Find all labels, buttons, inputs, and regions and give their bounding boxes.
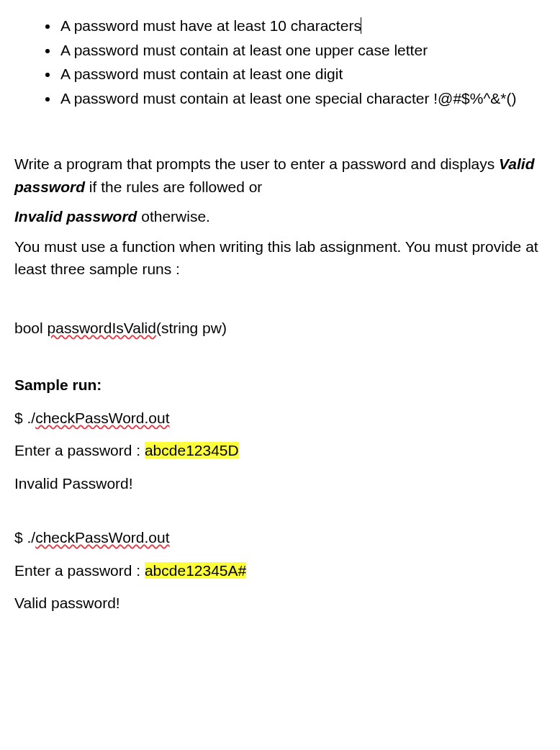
text-fragment: bool — [14, 320, 48, 336]
rule-item: A password must have at least 10 charact… — [59, 14, 546, 37]
instruction-paragraph-1: Write a program that prompts the user to… — [14, 153, 546, 198]
rule-text: A password must contain at least one upp… — [60, 42, 428, 58]
sample-run-command: $ ./checkPassWord.out — [14, 407, 546, 430]
sample-run-command: $ ./checkPassWord.out — [14, 526, 546, 549]
text-cursor — [361, 17, 361, 34]
sample-run-result: Valid password! — [14, 592, 546, 615]
rule-text: A password must contain at least one spe… — [60, 90, 516, 107]
invalid-password-label: Invalid password — [14, 208, 137, 225]
text-fragment: (string pw) — [156, 320, 227, 336]
sample-run-result: Invalid Password! — [14, 472, 546, 495]
rule-item: A password must contain at least one dig… — [59, 63, 546, 86]
user-input-highlight: abcde12345D — [145, 442, 239, 458]
function-signature: bool passwordIsValid(string pw) — [14, 317, 546, 340]
sample-run-heading: Sample run: — [14, 374, 546, 397]
rule-item: A password must contain at least one spe… — [59, 87, 546, 110]
text-fragment: Enter a password : — [14, 562, 145, 579]
instruction-paragraph-2: Invalid password otherwise. — [14, 205, 546, 228]
rule-text: A password must contain at least one dig… — [60, 65, 343, 82]
user-input-highlight: abcde12345A# — [145, 562, 246, 579]
instruction-paragraph-3: You must use a function when writing thi… — [14, 235, 546, 281]
function-name-spellcheck: passwordIsValid — [48, 320, 156, 336]
rule-item: A password must contain at least one upp… — [59, 39, 546, 62]
text-fragment: if the rules are followed or — [85, 179, 262, 195]
sample-run-prompt: Enter a password : abcde12345A# — [14, 559, 546, 582]
text-fragment: Write a program that prompts the user to… — [14, 155, 499, 172]
executable-name-spellcheck: checkPassWord.out — [35, 529, 169, 546]
executable-name-spellcheck: checkPassWord.out — [35, 410, 169, 426]
rule-text: A password must have at least 10 charact… — [60, 17, 361, 34]
sample-run-prompt: Enter a password : abcde12345D — [14, 439, 546, 462]
password-rules-list: A password must have at least 10 charact… — [14, 14, 546, 109]
text-fragment: $ ./ — [14, 529, 35, 546]
text-fragment: otherwise. — [137, 208, 210, 225]
text-fragment: $ ./ — [14, 410, 35, 426]
text-fragment: Enter a password : — [14, 442, 145, 458]
